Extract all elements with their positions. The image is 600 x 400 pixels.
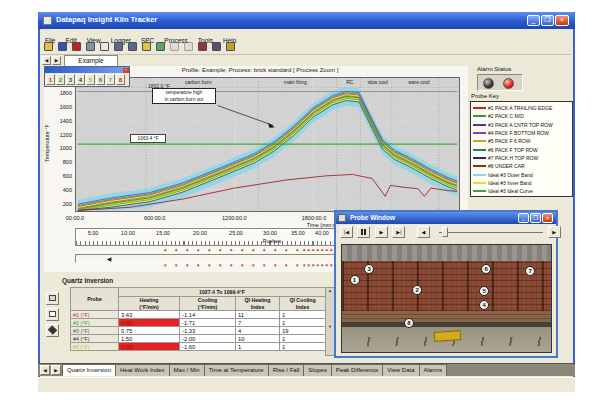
restore-button[interactable]: ❐ [541,15,554,26]
export-page-icon[interactable] [99,41,111,53]
tabs-scroll-right-button[interactable]: ▶ [51,365,61,375]
probe-toggle-2[interactable]: 2 [56,74,65,85]
tab-example[interactable]: Example [64,55,118,66]
qi-heating-cell: 0.75 [119,327,180,335]
probe-marker-1: 1 [350,275,360,285]
chart-annotation: temperature high in carbon burn out [152,88,216,104]
flag-icon[interactable] [197,41,209,53]
legend-swatch [473,190,486,192]
pause-button[interactable] [357,226,370,238]
tab-view-data[interactable]: View Data [382,364,419,376]
qi-probe-cell[interactable]: #2 (°F) [71,319,119,327]
pushes-tick: 5.00 [80,230,106,236]
step-back-button[interactable]: ◀ [417,226,430,238]
zone-label-ware-cool: ware cool [391,79,447,85]
col-probe[interactable]: Probe [71,288,119,311]
legend-item: #3 PACK A CNTR TOP ROW [473,121,572,129]
minimize-button[interactable]: _ [527,15,540,26]
tab-quartz-inversion[interactable]: Quartz Inversion [62,364,116,376]
probe-toggle-close-icon[interactable]: × [123,68,129,73]
grid-icon[interactable] [169,41,181,53]
skip-start-button[interactable]: |◀ [340,226,353,238]
qi-probe-cell[interactable]: #3 (°F) [71,327,119,335]
tab-scroll-left-button[interactable]: ◀ [42,56,51,65]
probe-toggle-6[interactable]: 6 [96,74,105,85]
qi-heating-index-cell: 4 [236,327,280,335]
probe-toggle-7[interactable]: 7 [106,74,115,85]
save-icon[interactable] [57,41,69,53]
screen-send-icon[interactable] [113,41,125,53]
kiln-temperature-chart[interactable] [75,77,460,212]
pushes-tick: 25.00 [223,230,249,236]
push-marker: ▲ [251,247,255,252]
qi-heating-index-cell: 11 [236,311,280,319]
tab-alarms[interactable]: Alarms [419,364,448,376]
y-tick-label: 400 [50,187,72,193]
tools-icon[interactable] [211,41,223,53]
qi-table-row: #5 (°F)0.53-1.6011 [71,343,326,351]
col-qi-heating[interactable]: QI HeatingIndex [236,297,280,311]
alarm-led-on [503,78,514,89]
tab-rise-fall[interactable]: Rise / Fall [268,364,305,376]
qi-probe-cell[interactable]: #1 (°F) [71,311,119,319]
status-bar [38,377,575,392]
push-marker: ▼ [185,263,189,268]
qi-probe-cell[interactable]: #4 (°F) [71,335,119,343]
probe-toggle-4[interactable]: 4 [76,74,85,85]
close-button[interactable]: × [555,15,569,26]
probe-window-maximize-button[interactable]: ❐ [530,213,541,223]
skip-end-button[interactable]: ▶| [392,226,405,238]
legend-item: #7 PACK H TOP ROW [473,154,572,162]
print-button[interactable] [46,292,59,305]
position-slider[interactable] [439,226,543,238]
col-qi-cooling[interactable]: QI CoolingIndex [280,297,326,311]
qi-cooling-cell: -1.71 [180,319,236,327]
legend-item: #8 UNDER CAR [473,162,572,170]
link-icon[interactable] [183,41,195,53]
tab-scroll-right-button[interactable]: ▶ [52,56,61,65]
setup-button[interactable] [46,324,59,337]
tab-time-at-temperature[interactable]: Time at Temperature [204,364,269,376]
tab-max-min[interactable]: Max / Min [169,364,205,376]
tab-peak-difference[interactable]: Peak Difference [331,364,384,376]
probe-marker-5: 5 [479,286,489,296]
qi-probe-cell[interactable]: #5 (°F) [71,343,119,351]
logger-icon[interactable] [71,41,83,53]
qi-cooling-index-cell: 1 [280,319,326,327]
printer-icon [49,295,56,301]
y-tick-label: 600 [50,173,72,179]
probe-toggle-8[interactable]: 8 [116,74,125,85]
push-marker: ▲ [240,247,244,252]
legend-item: #4 PACK F BOTTOM ROW [473,129,572,137]
col-cooling[interactable]: Cooling(°F/min) [180,297,236,311]
probe-toggle-3[interactable]: 3 [66,74,75,85]
tab-heat-work-index[interactable]: Heat Work Index [115,364,170,376]
qi-table-row: #3 (°F)0.75-1.33419 [71,327,326,335]
screen-receive-icon[interactable] [127,41,139,53]
probe-toggle-1[interactable]: 1 [46,74,55,85]
open-folder-icon[interactable] [43,41,55,53]
legend-label: #4 PACK F BOTTOM ROW [488,130,549,136]
tab-slopes[interactable]: Slopes [303,364,331,376]
probe-toggle-toolbar: × 12345678 [44,66,130,87]
print-icon[interactable] [85,41,97,53]
col-heating[interactable]: Heating(°F/min) [119,297,180,311]
help-icon[interactable] [225,41,237,53]
qi-heating-cell: 1.50 [119,335,180,343]
play-button[interactable]: ▶ [375,226,388,238]
folder-icon[interactable] [141,41,153,53]
qi-heating-index-cell: 10 [236,335,280,343]
report-button[interactable] [46,308,59,321]
probe-marker-2: 2 [412,285,422,295]
probe-toggle-5[interactable]: 5 [86,74,95,85]
probe-toggle-titlebar[interactable] [45,67,129,73]
probe-window-close-button[interactable]: × [542,213,553,223]
tabs-scroll-left-button[interactable]: ◀ [40,365,50,375]
graph-icon[interactable] [155,41,167,53]
push-marker: ▼ [273,263,277,268]
push-marker: ▼ [207,263,211,268]
probe-window-minimize-button[interactable]: _ [518,213,529,223]
slider-thumb[interactable] [442,227,448,237]
step-forward-button[interactable]: ▶ [548,226,561,238]
chart-scrollbar-thumb-icon[interactable]: ◀ [104,255,114,263]
